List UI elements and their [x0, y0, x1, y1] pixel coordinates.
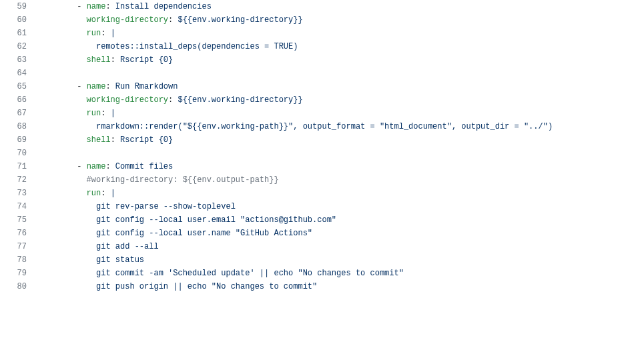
line-number[interactable]: 59	[0, 0, 33, 13]
code-line[interactable]: 72 #working-directory: ${{env.output-pat…	[0, 173, 638, 187]
line-number[interactable]: 69	[0, 133, 33, 147]
line-content[interactable]: git config --local user.name "GitHub Act…	[33, 227, 638, 240]
line-number[interactable]: 71	[0, 160, 33, 173]
indent	[48, 2, 77, 11]
line-number[interactable]: 75	[0, 213, 33, 227]
code-line[interactable]: 64​	[0, 67, 638, 80]
code-line[interactable]: 65 - name: Run Rmarkdown	[0, 80, 638, 93]
token: Install dependencies	[115, 2, 212, 11]
token: shell	[87, 55, 111, 65]
line-number[interactable]: 62	[0, 40, 33, 53]
token: |	[111, 109, 115, 118]
line-number[interactable]: 60	[0, 13, 33, 27]
code-line[interactable]: 66 working-directory: ${{env.working-dir…	[0, 93, 638, 107]
line-number[interactable]: 66	[0, 93, 33, 107]
token: git config --local user.email "actions@g…	[96, 215, 336, 225]
token: :	[111, 55, 120, 65]
line-content[interactable]: shell: Rscript {0}	[33, 133, 638, 147]
indent	[48, 175, 87, 185]
token: rmarkdown::render("${{env.working-path}}…	[96, 122, 553, 131]
line-number[interactable]: 63	[0, 53, 33, 67]
line-content[interactable]: git status	[33, 253, 638, 267]
line-number[interactable]: 65	[0, 80, 33, 93]
code-line[interactable]: 59 - name: Install dependencies	[0, 0, 638, 13]
token: name	[87, 82, 106, 91]
code-line[interactable]: 69 shell: Rscript {0}	[0, 133, 638, 147]
code-line[interactable]: 68 rmarkdown::render("${{env.working-pat…	[0, 120, 638, 133]
line-content[interactable]: - name: Commit files	[33, 160, 638, 173]
token: Commit files	[115, 162, 173, 171]
line-number[interactable]: 77	[0, 240, 33, 253]
code-line[interactable]: 78 git status	[0, 253, 638, 267]
indent	[48, 82, 77, 91]
token: git add --all	[96, 242, 159, 251]
line-number[interactable]: 72	[0, 173, 33, 187]
indent	[48, 55, 87, 65]
line-content[interactable]: remotes::install_deps(dependencies = TRU…	[33, 40, 638, 53]
line-number[interactable]: 80	[0, 280, 33, 293]
line-number[interactable]: 64	[0, 67, 33, 80]
line-content[interactable]: rmarkdown::render("${{env.working-path}}…	[33, 120, 638, 133]
token: ${{env.working-directory}}	[178, 15, 302, 25]
indent	[48, 202, 96, 211]
indent	[48, 15, 87, 25]
code-line[interactable]: 74 git rev-parse --show-toplevel	[0, 200, 638, 213]
line-content[interactable]: run: |	[33, 107, 638, 120]
token: Rscript {0}	[120, 55, 173, 65]
line-number[interactable]: 73	[0, 187, 33, 200]
line-content[interactable]: git commit -am 'Scheduled update' || ech…	[33, 267, 638, 280]
code-line[interactable]: 67 run: |	[0, 107, 638, 120]
code-line[interactable]: 62 remotes::install_deps(dependencies = …	[0, 40, 638, 53]
token: :	[105, 162, 115, 171]
line-content[interactable]: shell: Rscript {0}	[33, 53, 638, 67]
token: :	[168, 95, 178, 105]
code-block: 59 - name: Install dependencies60 workin…	[0, 0, 638, 293]
line-number[interactable]: 74	[0, 200, 33, 213]
line-content[interactable]: working-directory: ${{env.working-direct…	[33, 13, 638, 27]
code-line[interactable]: 77 git add --all	[0, 240, 638, 253]
line-content[interactable]: ​	[33, 67, 638, 80]
line-content[interactable]: #working-directory: ${{env.output-path}}	[33, 173, 638, 187]
code-line[interactable]: 76 git config --local user.name "GitHub …	[0, 227, 638, 240]
token: git rev-parse --show-toplevel	[96, 202, 236, 211]
code-line[interactable]: 80 git push origin || echo "No changes t…	[0, 280, 638, 293]
line-number[interactable]: 76	[0, 227, 33, 240]
line-number[interactable]: 70	[0, 147, 33, 160]
line-number[interactable]: 79	[0, 267, 33, 280]
line-content[interactable]: ​	[33, 147, 638, 160]
line-content[interactable]: run: |	[33, 187, 638, 200]
code-line[interactable]: 71 - name: Commit files	[0, 160, 638, 173]
line-number[interactable]: 67	[0, 107, 33, 120]
token: run	[87, 189, 101, 198]
token: run	[87, 109, 101, 118]
code-line[interactable]: 70​	[0, 147, 638, 160]
code-line[interactable]: 63 shell: Rscript {0}	[0, 53, 638, 67]
code-line[interactable]: 75 git config --local user.email "action…	[0, 213, 638, 227]
line-content[interactable]: - name: Install dependencies	[33, 0, 638, 13]
line-content[interactable]: git add --all	[33, 240, 638, 253]
token: -	[77, 2, 86, 11]
token: remotes::install_deps(dependencies = TRU…	[96, 42, 298, 51]
token: Rscript {0}	[120, 135, 173, 145]
indent	[48, 242, 96, 251]
token: git status	[96, 255, 144, 265]
line-number[interactable]: 61	[0, 27, 33, 40]
line-content[interactable]: run: |	[33, 27, 638, 40]
indent	[48, 255, 96, 265]
line-content[interactable]: git push origin || echo "No changes to c…	[33, 280, 638, 293]
line-number[interactable]: 78	[0, 253, 33, 267]
code-line[interactable]: 60 working-directory: ${{env.working-dir…	[0, 13, 638, 27]
indent	[48, 229, 96, 238]
token: :	[105, 2, 115, 11]
line-content[interactable]: - name: Run Rmarkdown	[33, 80, 638, 93]
line-content[interactable]: working-directory: ${{env.working-direct…	[33, 93, 638, 107]
indent	[48, 215, 96, 225]
indent	[48, 95, 87, 105]
code-line[interactable]: 79 git commit -am 'Scheduled update' || …	[0, 267, 638, 280]
indent	[48, 122, 96, 131]
line-content[interactable]: git rev-parse --show-toplevel	[33, 200, 638, 213]
code-line[interactable]: 73 run: |	[0, 187, 638, 200]
line-content[interactable]: git config --local user.email "actions@g…	[33, 213, 638, 227]
line-number[interactable]: 68	[0, 120, 33, 133]
code-line[interactable]: 61 run: |	[0, 27, 638, 40]
